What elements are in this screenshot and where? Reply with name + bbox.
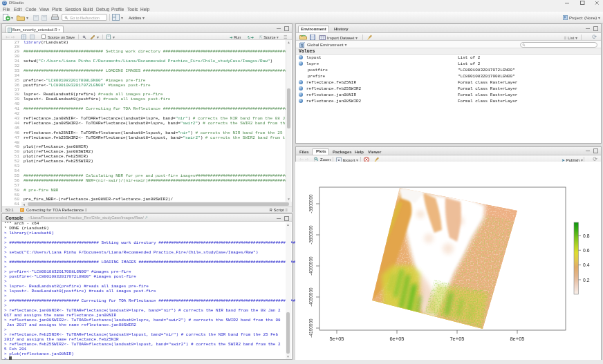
svg-text:-4050000: -4050000 bbox=[308, 287, 313, 307]
svg-text:0.8: 0.8 bbox=[583, 233, 590, 238]
svg-text:R: R bbox=[301, 43, 304, 47]
svg-text:-4100000: -4100000 bbox=[308, 318, 313, 338]
svg-text:6e+05: 6e+05 bbox=[389, 336, 404, 342]
svg-text:-4000000: -4000000 bbox=[308, 256, 313, 276]
svg-text:0.4: 0.4 bbox=[583, 262, 590, 267]
svg-text:R: R bbox=[3, 1, 6, 5]
svg-text:5e+05: 5e+05 bbox=[329, 336, 344, 342]
svg-text:0.6: 0.6 bbox=[583, 248, 590, 253]
svg-text:-3950000: -3950000 bbox=[308, 225, 313, 245]
svg-text:-3900000: -3900000 bbox=[308, 194, 313, 213]
svg-text:7e+05: 7e+05 bbox=[449, 336, 464, 342]
svg-text:0.2: 0.2 bbox=[583, 278, 590, 282]
svg-text:8e+05: 8e+05 bbox=[510, 336, 524, 342]
svg-text:R: R bbox=[564, 15, 567, 19]
